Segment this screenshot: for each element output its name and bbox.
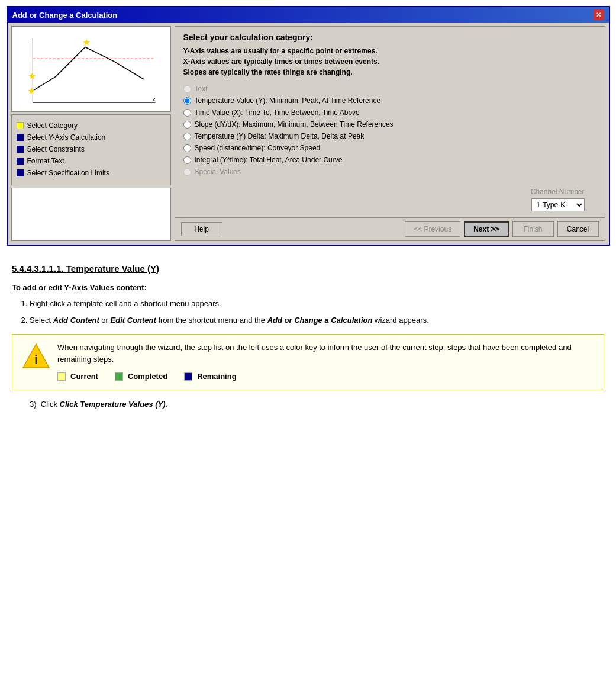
- edit-content-bold: Edit Content: [111, 316, 156, 325]
- radio-slope-input[interactable]: [183, 121, 191, 129]
- channel-label: Channel Number: [531, 188, 585, 196]
- nav-label-select-yaxis: Select Y-Axis Calculation: [27, 133, 106, 142]
- steps-list: Right-click a template cell and a shortc…: [30, 298, 604, 326]
- section-heading: 5.4.4.3.1.1.1. Temperature Value (Y): [12, 264, 604, 274]
- remaining-label: Remaining: [197, 371, 236, 383]
- nav-label-format-text: Format Text: [27, 157, 64, 165]
- color-key-remaining: Remaining: [184, 371, 236, 383]
- remaining-swatch: [184, 372, 192, 381]
- remaining-indicator-format: [17, 158, 24, 165]
- dialog-body: x ★ ★ ★ Select Category: [8, 23, 609, 245]
- step-1: Right-click a template cell and a shortc…: [30, 298, 604, 310]
- instruction-title: Select your calculation category:: [183, 33, 596, 42]
- nav-item-select-yaxis[interactable]: Select Y-Axis Calculation: [15, 131, 167, 143]
- current-indicator: [17, 122, 24, 129]
- color-key-current: Current: [57, 371, 98, 383]
- page-content: 5.4.4.3.1.1.1. Temperature Value (Y) To …: [0, 252, 616, 420]
- radio-temperature-input[interactable]: [183, 97, 191, 105]
- radio-time-label: Time Value (X): Time To, Time Between, T…: [195, 108, 360, 117]
- instruction-line-1: Y-Axis values are usually for a specific…: [183, 46, 596, 56]
- next-button[interactable]: Next >>: [464, 221, 508, 237]
- svg-text:★: ★: [82, 37, 91, 47]
- step-3: 3) Click Click Temperature Values (Y).: [30, 400, 604, 409]
- cancel-button[interactable]: Cancel: [557, 221, 599, 237]
- instruction-body: Y-Axis values are usually for a specific…: [183, 46, 596, 78]
- color-key-completed: Completed: [115, 371, 167, 383]
- current-label: Current: [70, 371, 98, 383]
- svg-text:x: x: [152, 96, 155, 102]
- radio-slope: Slope (dY/dX): Maximum, Minimum, Between…: [183, 120, 596, 129]
- remaining-indicator-yaxis: [17, 134, 24, 141]
- svg-text:★: ★: [28, 71, 36, 81]
- radio-special-input[interactable]: [183, 168, 191, 176]
- previous-button[interactable]: << Previous: [405, 221, 460, 237]
- radio-time-value: Time Value (X): Time To, Time Between, T…: [183, 108, 596, 117]
- step-3-bold: Click Temperature Values (Y).: [60, 400, 168, 409]
- radio-temperature: Temperature Value (Y): Minimum, Peak, At…: [183, 97, 596, 105]
- chart-area: x ★ ★ ★: [11, 26, 171, 112]
- nav-label-select-spec: Select Specification Limits: [27, 169, 109, 177]
- instruction-line-3: Slopes are typically the rates things ar…: [183, 67, 596, 78]
- color-key: Current Completed Remaining: [57, 371, 594, 383]
- info-svg: i: [22, 342, 50, 370]
- nav-item-format-text[interactable]: Format Text: [15, 155, 167, 167]
- radio-time-input[interactable]: [183, 109, 191, 117]
- right-panel: Select your calculation category: Y-Axis…: [175, 26, 605, 241]
- help-button[interactable]: Help: [181, 222, 222, 236]
- left-panel: x ★ ★ ★ Select Category: [11, 26, 171, 241]
- close-button[interactable]: ✕: [594, 9, 604, 20]
- info-box: i When navigating through the wizard, th…: [12, 334, 604, 390]
- radio-integral-input[interactable]: [183, 156, 191, 164]
- radio-special: Special Values: [183, 168, 596, 176]
- radio-integral: Integral (Y*time): Total Heat, Area Unde…: [183, 156, 596, 164]
- completed-label: Completed: [128, 371, 167, 383]
- radio-speed-input[interactable]: [183, 144, 191, 152]
- radio-text: Text: [183, 85, 596, 93]
- right-content: Select your calculation category: Y-Axis…: [175, 27, 605, 217]
- info-text-content: When navigating through the wizard, the …: [57, 342, 594, 383]
- step-1-text: Right-click a template cell and a shortc…: [30, 299, 221, 308]
- nav-buttons: << Previous Next >> Finish Cancel: [405, 221, 598, 237]
- remaining-indicator-spec: [17, 169, 24, 176]
- radio-tdelta-label: Temperature (Y) Delta: Maximum Delta, De…: [195, 132, 365, 140]
- finish-button[interactable]: Finish: [512, 221, 554, 237]
- radio-text-input[interactable]: [183, 85, 191, 93]
- radio-temperature-label: Temperature Value (Y): Minimum, Peak, At…: [195, 97, 381, 105]
- bottom-left-panel: [11, 188, 171, 241]
- radio-integral-label: Integral (Y*time): Total Heat, Area Unde…: [195, 156, 343, 164]
- subsection-heading: To add or edit Y-Axis Values content:: [12, 283, 604, 292]
- remaining-indicator-constraints: [17, 146, 24, 153]
- nav-list: Select Category Select Y-Axis Calculatio…: [11, 114, 171, 185]
- instruction-line-2: X-Axis values are typically times or tim…: [183, 56, 596, 67]
- nav-item-select-constraints[interactable]: Select Constraints: [15, 143, 167, 155]
- channel-section: Channel Number 1-Type-K: [183, 188, 596, 211]
- wizard-name-bold: Add or Change a Calculation: [267, 316, 373, 325]
- add-content-bold: Add Content: [53, 316, 99, 325]
- svg-text:i: i: [34, 352, 38, 367]
- dialog-titlebar: Add or Change a Calculation ✕: [8, 7, 609, 23]
- radio-speed: Speed (distance/time): Conveyor Speed: [183, 144, 596, 152]
- step-2: Select Add Content or Edit Content from …: [30, 314, 604, 326]
- radio-tdelta: Temperature (Y) Delta: Maximum Delta, De…: [183, 132, 596, 140]
- radio-special-label: Special Values: [195, 168, 241, 176]
- radio-slope-label: Slope (dY/dX): Maximum, Minimum, Between…: [195, 120, 394, 129]
- nav-label-select-category: Select Category: [27, 121, 78, 130]
- radio-tdelta-input[interactable]: [183, 133, 191, 140]
- info-main-text: When navigating through the wizard, the …: [57, 343, 572, 364]
- svg-text:★: ★: [27, 86, 35, 96]
- radio-speed-label: Speed (distance/time): Conveyor Speed: [195, 144, 321, 152]
- current-swatch: [57, 372, 66, 381]
- nav-item-select-category[interactable]: Select Category: [15, 120, 167, 131]
- radio-text-label: Text: [195, 85, 208, 93]
- nav-item-select-spec[interactable]: Select Specification Limits: [15, 167, 167, 179]
- radio-group: Text Temperature Value (Y): Minimum, Pea…: [183, 85, 596, 176]
- info-icon: i: [22, 342, 50, 370]
- dialog-title: Add or Change a Calculation: [12, 11, 118, 20]
- channel-select[interactable]: 1-Type-K: [531, 198, 585, 211]
- dialog-window: Add or Change a Calculation ✕ x ★ ★: [7, 6, 610, 246]
- completed-swatch: [115, 372, 123, 381]
- button-bar: Help << Previous Next >> Finish Cancel: [175, 217, 605, 240]
- nav-label-select-constraints: Select Constraints: [27, 145, 85, 153]
- chart-svg: x ★ ★ ★: [12, 27, 170, 111]
